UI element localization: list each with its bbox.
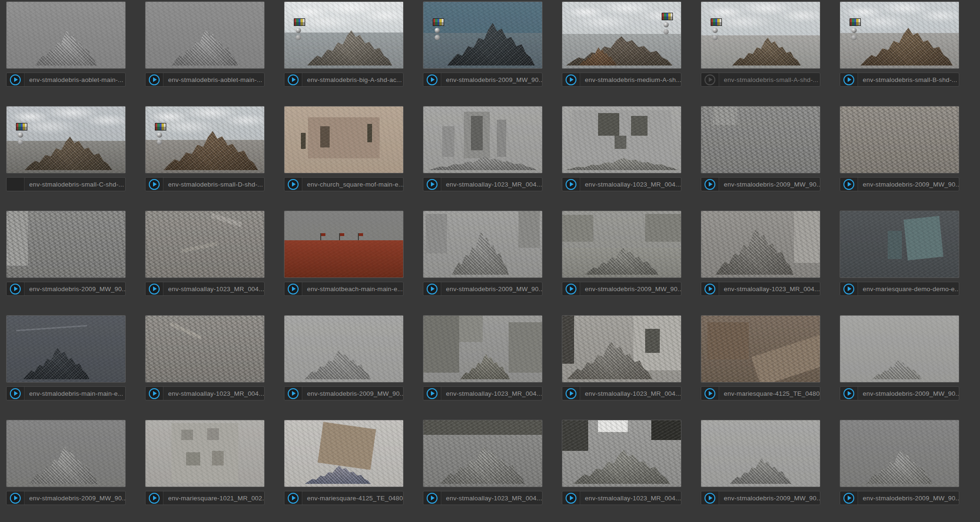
clip-label-bar[interactable]: env-mariesquare-4125_TE_0480... [284, 491, 404, 505]
asset-tile[interactable]: env-stmalodebris-2009_MW_90... [840, 106, 959, 191]
play-icon[interactable] [562, 73, 580, 86]
play-icon[interactable] [146, 387, 163, 400]
play-icon[interactable] [562, 387, 580, 400]
video-thumbnail[interactable] [423, 211, 543, 278]
asset-tile[interactable]: env-stmalodebris-big-A-shd-ac... [284, 1, 404, 87]
asset-tile[interactable]: env-stmalodebris-2009_MW_90... [701, 106, 820, 191]
video-thumbnail[interactable] [284, 420, 404, 487]
video-thumbnail[interactable] [840, 211, 959, 278]
clip-label-bar[interactable]: env-stmalodebris-aoblet-main-... [145, 73, 265, 87]
play-icon[interactable] [423, 491, 441, 505]
clip-label-bar[interactable]: env-stmalodebris-small-D-shd-... [145, 177, 265, 191]
asset-tile[interactable]: env-stmalodebris-2009_MW_90... [423, 1, 543, 87]
play-icon[interactable] [840, 178, 858, 191]
clip-label-bar[interactable]: env-stmaloallay-1023_MR_004... [145, 282, 265, 296]
play-icon[interactable] [701, 73, 719, 86]
clip-label-bar[interactable]: env-stmalodebris-2009_MW_90... [562, 282, 681, 296]
video-thumbnail[interactable] [423, 315, 543, 383]
asset-tile[interactable]: env-stmalodebris-small-D-shd-... [145, 106, 265, 191]
video-thumbnail[interactable] [562, 315, 681, 383]
asset-tile[interactable]: env-stmalodebris-small-B-shd-... [840, 1, 959, 87]
asset-tile[interactable]: env-stmalodebris-2009_MW_90... [6, 211, 126, 296]
play-icon[interactable] [146, 73, 163, 86]
clip-label-bar[interactable]: env-stmaloallay-1023_MR_004... [562, 491, 681, 505]
asset-tile[interactable]: env-stmalotbeach-main-main-e... [284, 211, 404, 296]
asset-tile[interactable]: env-stmalodebris-small-C-shd-... [6, 106, 126, 191]
play-icon[interactable] [284, 73, 302, 86]
clip-label-bar[interactable]: env-church_square-mof-main-e... [284, 177, 404, 191]
clip-label-bar[interactable]: env-mariesquare-1021_MR_002... [145, 491, 265, 505]
video-thumbnail[interactable] [562, 420, 681, 487]
asset-tile[interactable]: env-stmaloallay-1023_MR_004... [562, 106, 681, 191]
play-icon[interactable] [146, 282, 163, 295]
clip-label-bar[interactable]: env-stmalodebris-small-B-shd-... [840, 73, 959, 87]
clip-label-bar[interactable]: env-mariesquare-4125_TE_0480... [701, 386, 820, 400]
play-icon[interactable] [7, 282, 24, 295]
video-thumbnail[interactable] [423, 1, 543, 69]
play-icon[interactable] [840, 73, 858, 86]
asset-tile[interactable]: env-stmaloallay-1023_MR_004... [562, 420, 681, 505]
video-thumbnail[interactable] [701, 315, 820, 383]
play-icon[interactable] [701, 491, 719, 505]
clip-label-bar[interactable]: env-stmaloallay-1023_MR_004... [562, 177, 681, 191]
play-icon[interactable] [146, 178, 163, 191]
asset-tile[interactable]: env-stmalodebris-2009_MW_90... [840, 315, 959, 400]
clip-label-bar[interactable]: env-stmalodebris-main-main-e... [6, 386, 126, 400]
asset-tile[interactable]: env-mariesquare-4125_TE_0480... [701, 315, 820, 400]
play-icon[interactable] [423, 178, 441, 191]
asset-tile[interactable]: env-mariesquare-demo-demo-e... [840, 211, 959, 296]
clip-label-bar[interactable]: env-stmaloallay-1023_MR_004... [701, 282, 820, 296]
asset-tile[interactable]: env-church_square-mof-main-e... [284, 106, 404, 191]
clip-label-bar[interactable]: env-stmalodebris-2009_MW_90... [284, 386, 404, 400]
asset-tile[interactable]: env-stmaloallay-1023_MR_004... [562, 315, 681, 400]
video-thumbnail[interactable] [145, 106, 265, 173]
play-icon[interactable] [840, 282, 858, 295]
video-thumbnail[interactable] [701, 106, 820, 173]
asset-tile[interactable]: env-stmalodebris-2009_MW_90... [562, 211, 681, 296]
clip-label-bar[interactable]: env-stmaloallay-1023_MR_004... [423, 491, 543, 505]
asset-tile[interactable]: env-stmaloallay-1023_MR_004... [423, 106, 543, 191]
clip-label-bar[interactable]: env-stmalodebris-medium-A-sh... [562, 73, 681, 87]
asset-tile[interactable]: env-stmaloallay-1023_MR_004... [423, 420, 543, 505]
video-thumbnail[interactable] [284, 211, 404, 278]
play-icon[interactable] [146, 491, 163, 505]
video-thumbnail[interactable] [145, 1, 265, 69]
video-thumbnail[interactable] [6, 315, 126, 383]
play-icon[interactable] [840, 491, 858, 505]
video-thumbnail[interactable] [284, 1, 404, 69]
clip-label-bar[interactable]: env-stmalodebris-2009_MW_90... [840, 386, 959, 400]
clip-label-bar[interactable]: env-stmaloallay-1023_MR_004... [562, 386, 681, 400]
clip-label-bar[interactable]: env-stmaloallay-1023_MR_004... [423, 177, 543, 191]
play-icon[interactable] [562, 178, 580, 191]
asset-tile[interactable]: env-stmalodebris-medium-A-sh... [562, 1, 681, 87]
play-icon[interactable] [7, 73, 24, 86]
clip-label-bar[interactable]: env-stmalodebris-2009_MW_90... [701, 491, 820, 505]
asset-tile[interactable]: env-stmaloallay-1023_MR_004... [145, 315, 265, 400]
play-icon[interactable] [7, 387, 24, 400]
play-icon[interactable] [562, 282, 580, 295]
asset-tile[interactable]: env-mariesquare-1021_MR_002... [145, 420, 265, 505]
video-thumbnail[interactable] [701, 1, 820, 69]
video-thumbnail[interactable] [701, 211, 820, 278]
play-icon[interactable] [701, 387, 719, 400]
play-icon[interactable] [284, 491, 302, 505]
clip-label-bar[interactable]: env-stmalotbeach-main-main-e... [284, 282, 404, 296]
clip-label-bar[interactable]: env-stmalodebris-2009_MW_90... [6, 282, 126, 296]
video-thumbnail[interactable] [284, 106, 404, 173]
asset-tile[interactable]: env-stmalodebris-2009_MW_90... [840, 420, 959, 505]
video-thumbnail[interactable] [701, 420, 820, 487]
asset-tile[interactable]: env-stmalodebris-2009_MW_90... [701, 420, 820, 505]
video-thumbnail[interactable] [840, 315, 959, 383]
video-thumbnail[interactable] [6, 211, 126, 278]
video-thumbnail[interactable] [145, 315, 265, 383]
asset-tile[interactable]: env-stmaloallay-1023_MR_004... [145, 211, 265, 296]
video-thumbnail[interactable] [840, 420, 959, 487]
play-icon[interactable] [284, 387, 302, 400]
play-icon[interactable] [284, 282, 302, 295]
asset-tile[interactable]: env-stmalodebris-2009_MW_90... [284, 315, 404, 400]
asset-tile[interactable]: env-stmalodebris-aoblet-main-... [6, 1, 126, 87]
asset-tile[interactable]: env-stmalodebris-2009_MW_90... [6, 420, 126, 505]
video-thumbnail[interactable] [6, 420, 126, 487]
video-thumbnail[interactable] [423, 106, 543, 173]
play-icon[interactable] [423, 387, 441, 400]
